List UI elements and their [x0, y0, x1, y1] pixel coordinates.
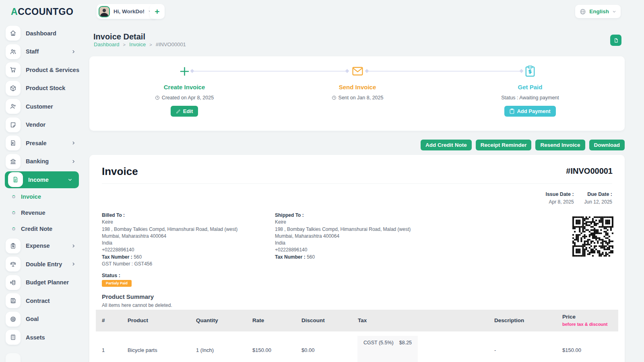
step-meta-text: Created on Apr 8, 2025 [162, 95, 214, 101]
sidebar-item-banking[interactable]: Banking [0, 152, 89, 171]
breadcrumb: Dashboard > Invoice > #INVO00001 [94, 41, 186, 47]
sidebar-subitem-label: Invoice [21, 193, 41, 200]
step-meta-text: Sent on Jan 8, 2025 [339, 95, 384, 101]
sidebar-item-product-stock[interactable]: Product Stock [0, 79, 89, 98]
language-label: English [589, 8, 609, 14]
sidebar-item-budget-planner[interactable]: Budget Planner [0, 274, 89, 292]
resend-invoice-button[interactable]: Resend Invoice [535, 140, 585, 150]
add-button[interactable]: + [150, 4, 165, 19]
invoice-actions: Add Credit Note Receipt Reminder Resend … [421, 140, 625, 150]
billed-to-label: Billed To : [102, 212, 237, 219]
sidebar-item-expense[interactable]: Expense [0, 237, 89, 255]
chevron-right-icon [71, 49, 76, 54]
invoice-dates: Issue Date : Apr 8, 2025 Due Date : Jun … [545, 191, 612, 205]
tax-name: CGST (5.5%) [363, 340, 394, 362]
sidebar-item-label: Vendor [26, 121, 45, 128]
bank-icon [6, 154, 21, 169]
logo-text: CCOUNTGO [18, 6, 73, 17]
document-icon [613, 38, 619, 43]
receipt-reminder-button[interactable]: Receipt Reminder [476, 140, 532, 150]
sidebar-item-double-entry[interactable]: Double Entry [0, 255, 89, 274]
sidebar-item-label: Budget Planner [26, 279, 69, 286]
issue-date-block: Issue Date : Apr 8, 2025 [545, 191, 574, 205]
clipboard-icon [510, 109, 514, 114]
col-num: # [102, 317, 105, 323]
sidebar-item-label: Assets [26, 334, 45, 341]
logo-accent-letter: A [11, 6, 18, 17]
user-menu-button[interactable]: Hi, WorkDo! [97, 4, 157, 19]
page-title: Invoice Detail [93, 32, 145, 41]
clipboard-dollar-icon [6, 239, 21, 253]
sidebar-item-label: Product & Services [26, 67, 79, 73]
language-selector[interactable]: English [575, 5, 621, 18]
sidebar-item-presale[interactable]: Presale [0, 134, 89, 152]
sidebar-item-assets[interactable]: Assets [0, 328, 89, 347]
qr-code [572, 216, 613, 257]
tax-cell: CGST (5.5%) $8.25 [357, 336, 418, 362]
bullet-icon [12, 227, 15, 230]
breadcrumb-separator: > [149, 42, 152, 47]
app-logo[interactable]: ACCOUNTGO [11, 6, 73, 17]
sidebar-item-contract[interactable]: Contract [0, 292, 89, 310]
billed-to-country: India [102, 240, 237, 247]
sidebar-item-label: Product Stock [26, 85, 65, 91]
sidebar-item-label: Dashboard [26, 30, 56, 37]
sidebar-item-staff[interactable]: Staff [0, 43, 89, 61]
chevron-right-icon [71, 262, 76, 266]
row-description: - [494, 347, 496, 353]
edit-button-label: Edit [183, 108, 193, 114]
export-document-button[interactable] [610, 35, 621, 46]
user-plus-icon [6, 99, 21, 114]
row-price: $150.00 [562, 347, 581, 353]
sidebar-menu: Dashboard Staff Product & Services Produ… [0, 24, 89, 347]
sidebar-item-product-services[interactable]: Product & Services [0, 61, 89, 79]
sidebar-subitem-credit-note[interactable]: Credit Note [0, 221, 89, 237]
sidebar-item-goal[interactable]: Goal [0, 310, 89, 329]
tax-amount: $8.25 [399, 340, 412, 362]
billed-to-tax-number: Tax Number : 560 [102, 254, 237, 261]
row-product: Bicycle parts [128, 347, 157, 353]
sidebar-item-dashboard[interactable]: Dashboard [0, 24, 89, 43]
sidebar-item-income[interactable]: Income [5, 171, 79, 188]
sidebar-subitem-invoice[interactable]: Invoice [0, 189, 89, 205]
pencil-icon [176, 109, 181, 114]
status-label: Status : [102, 273, 120, 278]
chevron-right-icon [71, 141, 76, 145]
download-button[interactable]: Download [589, 140, 625, 150]
add-payment-button[interactable]: Add Payment [504, 106, 555, 117]
col-rate: Rate [252, 317, 264, 323]
step-label: Send Invoice [297, 84, 418, 90]
clock-icon [155, 95, 160, 100]
col-description: Description [494, 317, 524, 323]
status-badge: Partialy Paid [102, 280, 132, 287]
breadcrumb-invoice[interactable]: Invoice [129, 41, 146, 47]
billed-to-block: Billed To : Keire 198 , Bombay Talkies C… [102, 212, 237, 267]
breadcrumb-current: #INVO00001 [156, 41, 186, 47]
breadcrumb-dashboard[interactable]: Dashboard [94, 41, 120, 47]
chevron-right-icon [71, 159, 76, 164]
user-greeting: Hi, WorkDo! [114, 8, 144, 14]
sidebar-item-vendor[interactable]: Vendor [0, 116, 89, 134]
row-rate: $150.00 [252, 347, 271, 353]
gst-number-label: GST Number : [102, 261, 133, 267]
step-meta: Sent on Jan 8, 2025 [297, 95, 418, 101]
bullet-icon [12, 195, 15, 198]
step-meta: Status : Awaiting payment [470, 95, 590, 101]
shipped-to-address1: 198 , Bombay Talkies Compd, Himanshurai … [275, 226, 411, 233]
invoice-number: #INVO00001 [566, 167, 613, 176]
sidebar-item-customer[interactable]: Customer [0, 97, 89, 116]
sidebar-subitem-revenue[interactable]: Revenue [0, 205, 89, 221]
document-user-icon [6, 136, 21, 150]
edit-invoice-button[interactable]: Edit [171, 106, 198, 117]
shipped-to-country: India [275, 240, 411, 247]
home-icon [6, 26, 21, 41]
sidebar-item-label: Staff [26, 48, 39, 55]
add-credit-note-button[interactable]: Add Credit Note [421, 140, 472, 150]
col-tax: Tax [358, 317, 367, 323]
users-icon [6, 44, 21, 59]
invoice-detail-card: Invoice #INVO00001 Issue Date : Apr 8, 2… [89, 155, 625, 362]
col-price: Price before tax & discount [562, 314, 607, 327]
issue-date-label: Issue Date : [545, 191, 574, 197]
chevron-down-icon [68, 177, 72, 182]
row-quantity: 1 (Inch) [196, 347, 214, 353]
